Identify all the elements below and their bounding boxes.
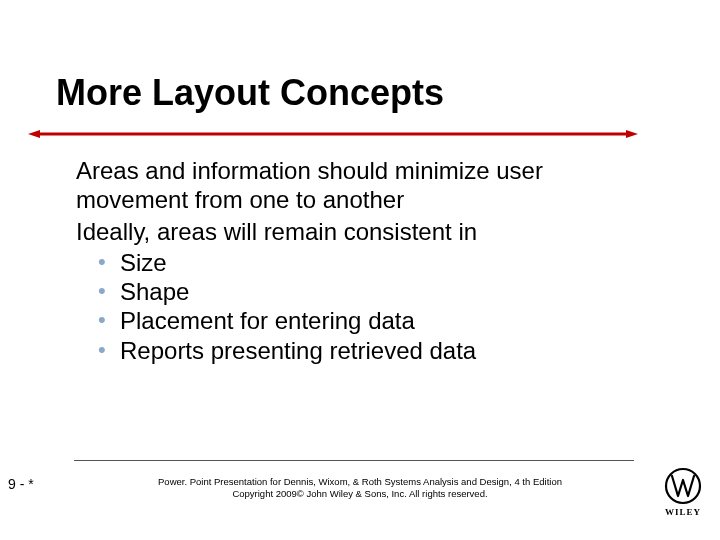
bullet-icon: •: [98, 337, 106, 363]
slide-title: More Layout Concepts: [56, 72, 444, 114]
bullet-icon: •: [98, 307, 106, 333]
title-rule: [28, 128, 638, 134]
list-item: •Reports presenting retrieved data: [76, 336, 656, 365]
list-item-label: Reports presenting retrieved data: [120, 337, 476, 364]
list-item-label: Placement for entering data: [120, 307, 415, 334]
list-item-label: Shape: [120, 278, 189, 305]
bullet-icon: •: [98, 249, 106, 275]
list-item: •Placement for entering data: [76, 306, 656, 335]
sub-bullet-list: •Size •Shape •Placement for entering dat…: [76, 248, 656, 365]
page-number: 9 - *: [8, 476, 34, 492]
svg-text:WILEY: WILEY: [665, 507, 701, 517]
body-para-1: Areas and information should minimize us…: [76, 156, 656, 215]
footer-text: Power. Point Presentation for Dennis, Wi…: [0, 476, 720, 500]
wiley-logo: WILEY: [658, 466, 708, 518]
footer-line-1: Power. Point Presentation for Dennis, Wi…: [0, 476, 720, 488]
body-text: Areas and information should minimize us…: [76, 156, 656, 365]
footer-line-2: Copyright 2009© John Wiley & Sons, Inc. …: [0, 488, 720, 500]
svg-marker-2: [626, 130, 638, 138]
slide: More Layout Concepts Areas and informati…: [0, 0, 720, 540]
body-para-2: Ideally, areas will remain consistent in: [76, 217, 656, 246]
list-item: •Shape: [76, 277, 656, 306]
bullet-icon: •: [98, 278, 106, 304]
footer-rule: [74, 460, 634, 461]
svg-marker-1: [28, 130, 40, 138]
list-item-label: Size: [120, 249, 167, 276]
list-item: •Size: [76, 248, 656, 277]
svg-point-3: [666, 469, 700, 503]
